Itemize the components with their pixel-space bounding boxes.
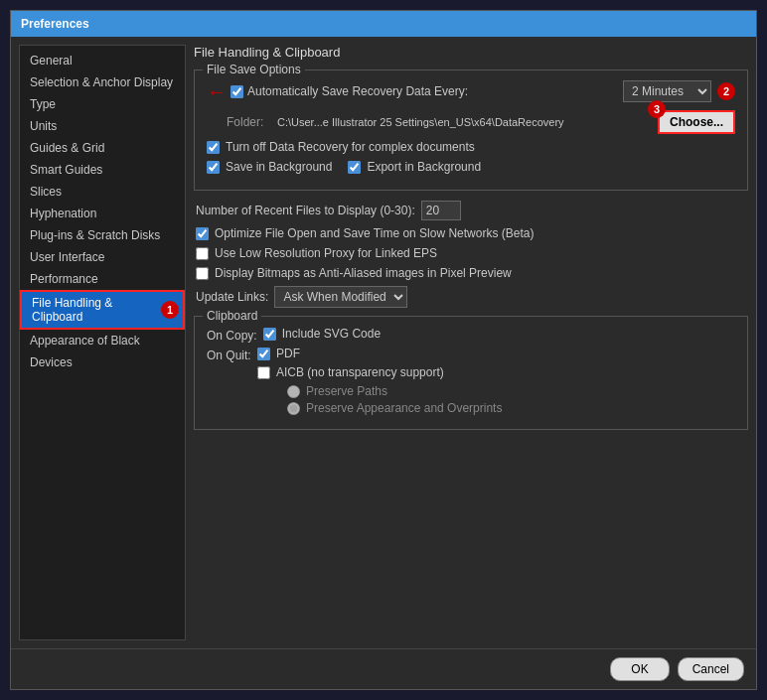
include-svg-row: Include SVG Code [263,327,381,341]
aicb-checkbox[interactable] [257,366,270,379]
pdf-row: PDF [257,347,502,360]
optimize-checkbox[interactable] [196,227,209,240]
auto-save-checkbox[interactable] [230,85,243,98]
interval-container: 2 Minutes 1 Minute 5 Minutes 10 Minutes … [623,80,711,102]
sidebar-item-smart-guides[interactable]: Smart Guides [20,159,185,181]
preferences-dialog: Preferences General Selection & Anchor D… [10,10,757,690]
recent-files-label: Number of Recent Files to Display (0-30)… [196,204,415,217]
main-content: File Handling & Clipboard File Save Opti… [194,45,748,640]
sidebar-item-file-handling-label: File Handling & Clipboard [22,292,161,328]
dialog-body: General Selection & Anchor Display Type … [11,37,756,648]
file-options-section: Number of Recent Files to Display (0-30)… [194,201,748,308]
low-res-row: Use Low Resolution Proxy for Linked EPS [196,246,746,260]
file-save-options-label: File Save Options [203,63,305,76]
bottom-bar: OK Cancel [11,648,756,689]
recent-files-input[interactable] [421,201,461,220]
aicb-row: AICB (no transparency support) [257,365,502,379]
on-quit-options: PDF AICB (no transparency support) Prese… [257,347,502,415]
badge-2: 2 [717,82,735,100]
turn-off-label: Turn off Data Recovery for complex docum… [226,140,475,154]
include-svg-checkbox[interactable] [263,328,276,341]
sidebar-item-plugins[interactable]: Plug-ins & Scratch Disks [20,224,185,246]
save-bg-checkbox[interactable] [207,161,220,174]
preserve-paths-radio[interactable] [287,385,300,398]
sidebar-item-guides-grid[interactable]: Guides & Grid [20,137,185,159]
clipboard-label: Clipboard [203,309,261,323]
preserve-appearance-label: Preserve Appearance and Overprints [306,401,502,415]
badge-1: 1 [161,301,179,319]
choose-container: 3 Choose... [658,110,735,134]
export-bg-label: Export in Background [367,160,481,174]
recent-files-row: Number of Recent Files to Display (0-30)… [196,201,746,220]
pdf-label: PDF [276,347,300,360]
aicb-label: AICB (no transparency support) [276,365,444,379]
sidebar-item-selection-anchor[interactable]: Selection & Anchor Display [20,71,185,93]
auto-save-row: ← Automatically Save Recovery Data Every… [207,80,735,102]
arrow-icon: ← [207,81,227,101]
sidebar-item-devices[interactable]: Devices [20,351,185,373]
badge-3: 3 [648,100,666,118]
turn-off-row: Turn off Data Recovery for complex docum… [207,140,735,154]
optimize-label: Optimize File Open and Save Time on Slow… [215,226,534,240]
preserve-paths-row: Preserve Paths [287,384,502,398]
folder-row: Folder: C:\User...e Illustrator 25 Setti… [227,110,735,134]
export-bg-checkbox[interactable] [348,161,361,174]
low-res-label: Use Low Resolution Proxy for Linked EPS [215,246,437,260]
folder-path: C:\User...e Illustrator 25 Settings\en_U… [277,116,652,128]
choose-button[interactable]: Choose... [658,110,735,134]
file-save-options-group: File Save Options ← Automatically Save R… [194,70,748,191]
on-copy-row: On Copy: Include SVG Code [207,327,735,343]
dialog-title: Preferences [21,17,89,31]
save-bg-label: Save in Background [226,160,332,174]
sidebar-item-units[interactable]: Units [20,115,185,137]
interval-select[interactable]: 2 Minutes 1 Minute 5 Minutes 10 Minutes … [623,80,711,102]
ok-button[interactable]: OK [610,657,669,681]
on-copy-options: Include SVG Code [263,327,381,341]
sidebar-item-hyphenation[interactable]: Hyphenation [20,203,185,224]
clipboard-group: Clipboard On Copy: Include SVG Code On Q… [194,316,748,430]
section-title: File Handling & Clipboard [194,45,748,60]
sidebar-item-appearance-black[interactable]: Appearance of Black [20,330,185,351]
display-bitmaps-checkbox[interactable] [196,267,209,280]
preserve-appearance-radio[interactable] [287,402,300,415]
turn-off-checkbox[interactable] [207,141,220,154]
update-links-row: Update Links: Ask When Modified Automati… [196,286,746,308]
cancel-button[interactable]: Cancel [678,657,744,681]
save-export-row: Save in Background Export in Background [207,160,735,174]
sidebar: General Selection & Anchor Display Type … [19,45,186,640]
low-res-checkbox[interactable] [196,247,209,260]
sidebar-item-file-handling[interactable]: File Handling & Clipboard 1 [20,290,185,330]
pdf-checkbox[interactable] [257,348,270,360]
update-links-select[interactable]: Ask When Modified Automatically Manually [274,286,407,308]
update-links-label: Update Links: [196,290,268,304]
sidebar-item-general[interactable]: General [20,50,185,71]
auto-save-label: Automatically Save Recovery Data Every: [247,84,623,98]
sidebar-item-performance[interactable]: Performance [20,268,185,290]
on-copy-label: On Copy: [207,327,257,343]
sidebar-item-user-interface[interactable]: User Interface [20,246,185,268]
preserve-appearance-row: Preserve Appearance and Overprints [287,401,502,415]
display-bitmaps-row: Display Bitmaps as Anti-Aliased images i… [196,266,746,280]
folder-label-text: Folder: [227,115,271,129]
title-bar: Preferences [11,11,756,37]
include-svg-label: Include SVG Code [282,327,381,341]
sidebar-item-slices[interactable]: Slices [20,181,185,203]
on-quit-row: On Quit: PDF AICB (no transparency suppo… [207,347,735,415]
preserve-paths-label: Preserve Paths [306,384,387,398]
sidebar-item-type[interactable]: Type [20,93,185,115]
display-bitmaps-label: Display Bitmaps as Anti-Aliased images i… [215,266,512,280]
optimize-row: Optimize File Open and Save Time on Slow… [196,226,746,240]
on-quit-label: On Quit: [207,347,251,362]
